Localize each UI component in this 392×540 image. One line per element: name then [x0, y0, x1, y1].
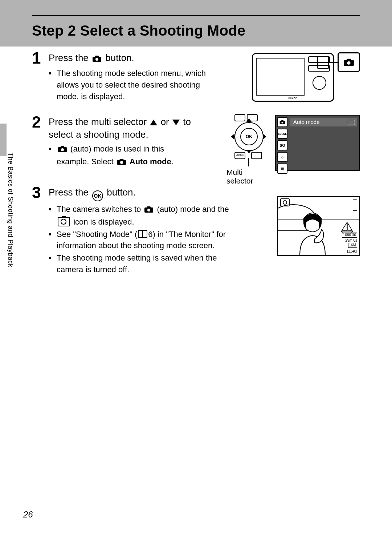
figure-camera-back: Nikon: [252, 53, 360, 104]
step-number: 1: [32, 50, 49, 66]
indicator-icon: [353, 199, 357, 204]
text: The camera switches to: [57, 205, 143, 214]
mode-title-bar: Auto mode: [290, 118, 357, 126]
arrow-up-icon: [246, 118, 252, 122]
arrow-right-icon: [263, 134, 266, 140]
pointer-line: [248, 158, 249, 166]
page-number: 26: [23, 509, 33, 520]
small-button-icon: [234, 114, 245, 121]
step-1-bullets: The shooting mode selection menu, which …: [49, 68, 208, 102]
svg-point-4: [347, 61, 350, 65]
step-2-bullets: (auto) mode is used in this example. Sel…: [49, 143, 194, 169]
camera-dial: [313, 76, 326, 90]
text: Press the: [49, 52, 91, 63]
mode-icon-effects: ⊞: [277, 164, 287, 174]
mode-icon-smile: ☺: [277, 152, 287, 162]
mode-icon-column: SCENE SO ☺ ⊞: [277, 117, 287, 175]
text: .: [171, 157, 173, 166]
text: See "Shooting Mode" (: [57, 230, 137, 239]
record-time: 29m 0s: [345, 238, 357, 243]
triangle-up-icon: [150, 120, 157, 125]
thumb-tab: [0, 124, 7, 156]
camera-brand-label: Nikon: [288, 96, 297, 100]
arrow-left-icon: [231, 134, 234, 140]
multi-selector-diagram: OK MENU Multi selector: [229, 115, 268, 158]
text: button.: [105, 52, 134, 63]
shots-remaining: [1140]: [347, 249, 357, 254]
triangle-down-icon: [172, 120, 180, 125]
page-title: Step 2 Select a Shooting Mode: [32, 23, 360, 39]
svg-point-3: [147, 209, 150, 211]
section-side-label: The Basics of Shooting and Playback: [7, 153, 14, 267]
callout-source: [317, 56, 329, 69]
text: icon is displayed.: [73, 217, 134, 226]
ok-button-icon: OK: [240, 128, 258, 145]
svg-point-1: [61, 148, 64, 151]
callout-camera-button: [338, 52, 360, 72]
bullet: The shooting mode setting is saved when …: [49, 252, 237, 275]
text: button.: [107, 187, 136, 198]
step-3-bullets: The camera switches to (auto) mode and t…: [49, 203, 237, 275]
mode-icon-auto: [277, 117, 287, 127]
step-2-text: Press the multi selector or to select a …: [49, 116, 194, 169]
video-res-badge: 1080 30: [342, 233, 357, 238]
camera-lcd: [256, 58, 305, 96]
figure-multi-selector: OK MENU Multi selector SCENE SO ☺ ⊞ Auto…: [229, 115, 360, 176]
text: Press the: [49, 187, 91, 198]
step-number: 3: [32, 185, 49, 201]
bold-text: Auto mode: [130, 157, 171, 166]
svg-point-2: [120, 161, 123, 164]
camera-icon: [117, 157, 126, 169]
multi-selector-label: Multi selector: [226, 168, 268, 185]
step-2-heading: Press the multi selector or to select a …: [49, 116, 194, 141]
camera-icon: [58, 144, 67, 156]
mode-menu-screen: SCENE SO ☺ ⊞ Auto mode: [275, 115, 360, 171]
ok-icon: OK: [92, 190, 103, 201]
menu-button-icon: MENU: [234, 152, 245, 159]
person-drawing: [293, 211, 332, 255]
indicator-icon: [353, 206, 357, 211]
mode-icon-so: SO: [277, 140, 287, 150]
figure-monitor-preview: 1080 30 29m 0s 16M [1140]: [277, 196, 360, 256]
trash-button-icon: [251, 152, 262, 159]
header-rule: [32, 15, 360, 16]
step-3-text: Press the OK button. The camera switches…: [49, 186, 237, 276]
svg-point-5: [282, 122, 283, 124]
battery-icon: [348, 120, 355, 125]
camera-icon: [144, 205, 154, 216]
bullet: The shooting mode selection menu, which …: [49, 68, 208, 102]
image-size-badge: 16M: [348, 243, 357, 248]
svg-point-0: [95, 58, 98, 61]
page-header: Step 2 Select a Shooting Mode: [32, 15, 360, 39]
bullet: See "Shooting Mode" (6) in "The Monitor"…: [49, 229, 237, 252]
mode-icon-scene: SCENE: [277, 129, 287, 139]
step-number: 2: [32, 114, 49, 130]
bullet: The camera switches to (auto) mode and t…: [49, 203, 237, 228]
bullet: (auto) mode is used in this example. Sel…: [49, 143, 194, 169]
mode-title-text: Auto mode: [293, 119, 320, 125]
text: (auto) mode and the: [157, 205, 229, 214]
camera-boxed-icon: [58, 217, 70, 226]
camera-icon: [92, 53, 102, 65]
step-3-heading: Press the OK button.: [49, 186, 237, 201]
manual-page: { "header": { "title": "Step 2 Select a …: [0, 0, 392, 540]
book-icon: [138, 230, 147, 238]
